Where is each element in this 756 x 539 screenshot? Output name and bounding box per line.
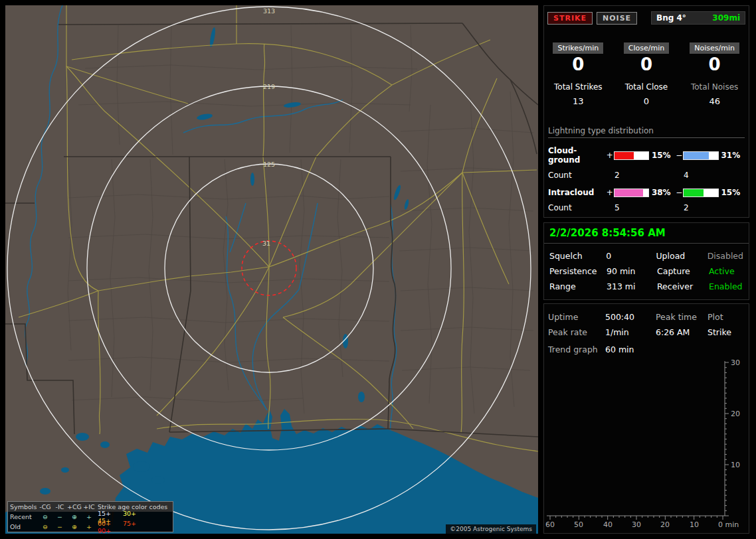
datetime-display: 2/2/2026 8:54:56 AM: [544, 223, 749, 244]
peak-time-label: Peak time: [656, 312, 708, 322]
distribution-title: Lightning type distribution: [548, 126, 745, 138]
age-badge: 15+: [98, 510, 121, 517]
legend-symbols-header: Symbols: [10, 503, 38, 510]
minus-sign: −: [675, 188, 683, 197]
receiver-status: Enabled: [709, 281, 743, 291]
total-noises: Total Noises 46: [680, 82, 749, 106]
map-canvas: 313 219 125 31: [5, 5, 538, 534]
pos-cg-symbol: ⊕: [67, 523, 82, 530]
strike-stats-section: STRIKE NOISE Bng 4° 309mi Strikes/min 0 …: [543, 5, 749, 218]
copyright-label: ©2005 Astrogenic Systems: [446, 524, 536, 534]
bearing-value: 309mi: [712, 13, 740, 23]
squelch-label: Squelch: [549, 251, 606, 261]
positive-count: 5: [614, 203, 684, 212]
map-legend: Symbols -CG -IC +CG +IC Strike age color…: [7, 501, 173, 532]
negative-polarity-bar: [683, 189, 718, 197]
status-row: Persistence 90 min Capture Active: [549, 266, 743, 276]
receiver-label: Receiver: [657, 281, 709, 291]
strike-button[interactable]: STRIKE: [547, 12, 593, 25]
peak-rate-value: 1/min: [605, 327, 656, 337]
x-tick-label-20: 20: [660, 520, 670, 529]
total-noises-label: Total Noises: [680, 82, 749, 92]
bearing-label: Bng 4°: [656, 13, 686, 23]
x-tick-label-60: 60: [545, 520, 555, 529]
uptime-stats: Uptime 500:40 Peak time Plot Peak rate 1…: [544, 304, 749, 337]
plus-sign: +: [606, 188, 614, 197]
close-per-min-chip: Close/min: [624, 42, 669, 54]
x-tick-label-0: 0 min: [718, 520, 739, 529]
count-label: Count: [548, 203, 614, 212]
noises-per-min-value: 0: [680, 54, 749, 74]
minus-sign: −: [675, 151, 683, 160]
status-row: Range 313 mi Receiver Enabled: [549, 281, 743, 291]
legend-col-pos-cg: +CG: [67, 503, 82, 510]
negative-percent: 15%: [721, 188, 745, 197]
positive-percent: 38%: [652, 188, 676, 197]
capture-label: Capture: [657, 266, 709, 276]
neg-ic-symbol: −: [52, 523, 67, 530]
status-grid: Squelch 0 Upload Disabled Persistence 90…: [544, 244, 749, 291]
mode-button-row: STRIKE NOISE Bng 4° 309mi: [544, 6, 749, 25]
range-label: Range: [549, 281, 607, 291]
x-tick-label-10: 10: [690, 520, 699, 529]
x-tick-label-50: 50: [574, 520, 583, 529]
strikes-per-min-chip: Strikes/min: [553, 42, 603, 54]
range-label-31: 31: [262, 240, 270, 247]
trend-graph-label: Trend graph: [548, 345, 605, 354]
x-tick-label-30: 30: [632, 520, 641, 529]
pos-ic-symbol: +: [82, 523, 96, 530]
y-tick-label-10: 10: [731, 461, 740, 469]
trend-graph-window: 60 min: [605, 345, 656, 354]
peak-time-value: 6:26 AM: [656, 327, 708, 337]
peak-rate-label: Peak rate: [548, 327, 605, 337]
range-label-313: 313: [263, 7, 275, 15]
age-badge: 60+: [98, 520, 121, 527]
legend-row-old: Old ⊖ − ⊕ + 60+ 75+ 90+: [8, 522, 173, 532]
y-tick-label-30: 30: [731, 358, 740, 367]
trend-graph: 30 20 10 60 50 40 30 20 10 0 min: [544, 357, 750, 533]
legend-row-label: Recent: [10, 513, 38, 520]
plus-sign: +: [606, 151, 614, 160]
app-window: 313 219 125 31 Symbols -CG -IC +CG +IC S…: [0, 0, 756, 539]
total-close-value: 0: [613, 96, 681, 106]
capture-status: Active: [709, 266, 743, 276]
age-badge: 90+: [98, 527, 121, 534]
negative-percent: 31%: [721, 151, 745, 160]
upload-label: Upload: [656, 251, 707, 261]
uptime-label: Uptime: [548, 312, 605, 322]
close-per-min-value: 0: [613, 54, 681, 74]
total-strikes-label: Total Strikes: [544, 82, 613, 92]
bar-fill: [684, 189, 704, 196]
bar-fill: [614, 152, 634, 159]
cloud-ground-label: Cloud-ground: [548, 146, 606, 165]
strikes-per-min-value: 0: [544, 54, 613, 74]
plot-label: Plot: [708, 312, 745, 322]
range-value: 313 mi: [607, 281, 657, 291]
positive-polarity-bar: [614, 189, 649, 197]
pos-cg-symbol: ⊕: [67, 513, 82, 520]
squelch-value: 0: [606, 251, 656, 261]
persistence-value: 90 min: [607, 266, 657, 276]
trend-section: Uptime 500:40 Peak time Plot Peak rate 1…: [543, 303, 749, 534]
pos-ic-symbol: +: [82, 513, 96, 520]
legend-col-pos-ic: +IC: [82, 503, 96, 510]
neg-ic-symbol: −: [52, 513, 67, 520]
positive-percent: 15%: [652, 151, 676, 160]
intracloud-block: Intracloud + 38% − 15% Count 5 2: [544, 188, 749, 212]
total-counters: Total Strikes 13 Total Close 0 Total Noi…: [544, 82, 749, 106]
noise-button[interactable]: NOISE: [597, 12, 637, 25]
bearing-display: Bng 4° 309mi: [651, 11, 745, 25]
intracloud-label: Intracloud: [548, 188, 606, 197]
legend-col-neg-ic: -IC: [52, 503, 67, 510]
y-axis-ticks: [725, 362, 729, 516]
range-label-219: 219: [263, 83, 275, 90]
total-noises-value: 46: [680, 96, 749, 106]
close-per-min: Close/min 0: [613, 40, 681, 74]
plot-value: Strike: [708, 327, 745, 337]
lightning-map[interactable]: 313 219 125 31 Symbols -CG -IC +CG +IC S…: [5, 5, 538, 534]
x-axis-ticks: [550, 516, 723, 520]
upload-status: Disabled: [708, 251, 743, 261]
total-close: Total Close 0: [613, 82, 681, 106]
neg-cg-symbol: ⊖: [38, 523, 52, 530]
y-tick-label-20: 20: [731, 410, 740, 418]
